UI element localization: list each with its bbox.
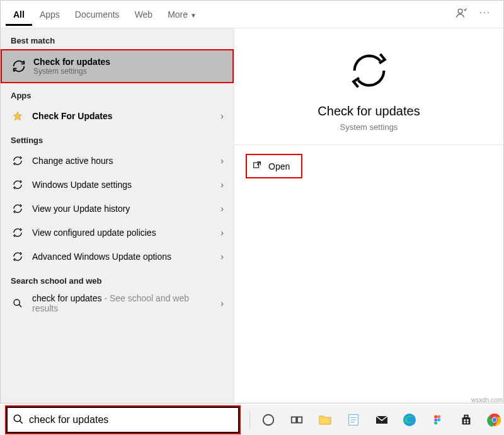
- tab-web[interactable]: Web: [127, 3, 161, 26]
- result-label: Advanced Windows Update options: [32, 252, 213, 262]
- taskview-icon[interactable]: [287, 410, 307, 430]
- watermark: wsxdn.com: [471, 397, 503, 403]
- open-button[interactable]: Open: [246, 154, 302, 178]
- store-icon[interactable]: [456, 410, 476, 430]
- app-updater-icon: [11, 111, 25, 121]
- result-label: Windows Update settings: [32, 180, 213, 190]
- svg-rect-26: [464, 422, 466, 424]
- schoolweb-item[interactable]: check for updates - See school and web r…: [1, 289, 234, 317]
- chevron-right-icon: ›: [220, 156, 224, 166]
- refresh-large-icon: [347, 49, 391, 93]
- search-icon: [13, 414, 24, 427]
- bestmatch-title: Check for updates: [33, 57, 222, 67]
- figma-icon[interactable]: [428, 410, 448, 430]
- filter-tabs: All Apps Documents Web More▼ ···: [1, 1, 503, 28]
- bestmatch-subtitle: System settings: [33, 67, 222, 76]
- refresh-icon: [11, 252, 25, 262]
- tab-documents[interactable]: Documents: [67, 3, 127, 26]
- bestmatch-item[interactable]: Check for updates System settings: [1, 49, 234, 83]
- tab-all[interactable]: All: [6, 3, 32, 26]
- svg-rect-24: [464, 419, 466, 421]
- refresh-icon: [11, 228, 25, 238]
- svg-point-8: [263, 415, 274, 426]
- refresh-icon: [11, 180, 25, 190]
- svg-point-18: [437, 415, 440, 419]
- refresh-icon: [11, 156, 25, 166]
- svg-line-7: [20, 420, 23, 424]
- result-label: View your Update history: [32, 204, 213, 214]
- search-box[interactable]: [6, 407, 239, 433]
- tab-more[interactable]: More▼: [160, 3, 204, 26]
- chevron-right-icon: ›: [220, 180, 224, 190]
- svg-rect-27: [467, 422, 469, 424]
- settings-item-advanced-options[interactable]: Advanced Windows Update options ›: [1, 245, 234, 269]
- mail-icon[interactable]: [372, 410, 391, 430]
- svg-point-30: [492, 418, 496, 422]
- svg-point-21: [434, 422, 437, 425]
- svg-point-2: [14, 299, 20, 305]
- taskbar: [0, 405, 504, 435]
- svg-rect-4: [254, 163, 259, 168]
- schoolweb-label: check for updates - See school and web r…: [32, 293, 213, 313]
- svg-point-17: [434, 415, 437, 419]
- open-label: Open: [268, 161, 290, 171]
- svg-point-6: [14, 415, 21, 422]
- svg-line-3: [19, 304, 21, 307]
- open-icon: [252, 160, 262, 172]
- result-label: View configured update policies: [32, 228, 213, 238]
- section-bestmatch: Best match: [1, 28, 234, 49]
- search-icon: [11, 298, 25, 308]
- results-panel: Best match Check for updates System sett…: [1, 28, 234, 403]
- svg-marker-1: [13, 112, 21, 120]
- settings-item-active-hours[interactable]: Change active hours ›: [1, 149, 234, 173]
- tab-apps[interactable]: Apps: [32, 3, 67, 26]
- explorer-icon[interactable]: [316, 410, 335, 430]
- preview-title: Check for updates: [318, 104, 420, 119]
- section-settings: Settings: [1, 128, 234, 149]
- svg-rect-9: [292, 417, 296, 422]
- chevron-right-icon: ›: [220, 228, 224, 238]
- preview-panel: Check for updates System settings Open: [234, 28, 503, 403]
- svg-point-20: [437, 419, 440, 422]
- svg-rect-23: [464, 415, 468, 418]
- svg-point-0: [458, 9, 462, 13]
- preview-subtitle: System settings: [340, 122, 398, 132]
- apps-result-item[interactable]: Check For Updates ›: [1, 104, 234, 128]
- apps-result-title: Check For Updates: [32, 111, 213, 121]
- chevron-right-icon: ›: [220, 252, 224, 262]
- chevron-right-icon: ›: [220, 204, 224, 214]
- edge-icon[interactable]: [400, 410, 420, 430]
- svg-rect-25: [467, 419, 469, 421]
- notepad-icon[interactable]: [343, 410, 363, 430]
- chrome-icon[interactable]: [484, 410, 504, 430]
- refresh-icon: [11, 204, 25, 214]
- chevron-right-icon: ›: [220, 298, 224, 308]
- settings-item-update-policies[interactable]: View configured update policies ›: [1, 221, 234, 245]
- refresh-icon: [12, 58, 26, 74]
- feedback-icon[interactable]: [455, 7, 468, 21]
- svg-rect-22: [462, 417, 470, 424]
- more-options-icon[interactable]: ···: [479, 7, 491, 21]
- svg-rect-10: [297, 417, 302, 422]
- search-input[interactable]: [29, 414, 233, 426]
- settings-item-windows-update[interactable]: Windows Update settings ›: [1, 173, 234, 197]
- section-schoolweb: Search school and web: [1, 269, 234, 289]
- svg-point-19: [434, 419, 437, 422]
- result-label: Change active hours: [32, 156, 213, 166]
- cortana-icon[interactable]: [259, 410, 278, 430]
- chevron-right-icon: ›: [220, 111, 224, 121]
- settings-item-update-history[interactable]: View your Update history ›: [1, 197, 234, 221]
- section-apps: Apps: [1, 83, 234, 104]
